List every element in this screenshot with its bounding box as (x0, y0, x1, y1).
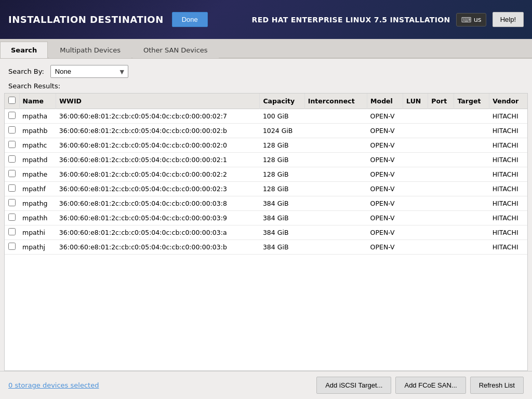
cell-name: mpathb (19, 124, 56, 138)
cell-name: mpathj (19, 240, 56, 255)
cell-vendor: HITACHI (489, 167, 527, 182)
add-fcoe-button[interactable]: Add FCoE SAN... (395, 377, 466, 394)
col-lun: LUN (403, 94, 428, 109)
cell-lun (403, 182, 428, 196)
row-checkbox[interactable] (8, 243, 16, 250)
cell-port (428, 225, 454, 240)
cell-model: OPEN-V (367, 196, 403, 211)
cell-vendor: HITACHI (489, 225, 527, 240)
cell-name: mpathc (19, 138, 56, 153)
search-results-label: Search Results: (0, 81, 532, 93)
table-row: mpathc 36:00:60:e8:01:2c:cb:c0:05:04:0c:… (5, 138, 527, 153)
select-all-col (5, 94, 19, 109)
search-by-select[interactable]: None Name WWID Vendor Interconnect Seria… (50, 65, 128, 78)
cell-model: OPEN-V (367, 153, 403, 167)
cell-model: OPEN-V (367, 138, 403, 153)
row-checkbox-cell (5, 167, 19, 182)
cell-vendor: HITACHI (489, 109, 527, 124)
row-checkbox[interactable] (8, 126, 16, 134)
cell-wwid: 36:00:60:e8:01:2c:cb:c0:05:04:0c:cb:c0:0… (56, 153, 260, 167)
col-interconnect: Interconnect (304, 94, 367, 109)
cell-name: mpathi (19, 225, 56, 240)
cell-vendor: HITACHI (489, 182, 527, 196)
cell-name: mpathg (19, 196, 56, 211)
add-iscsi-button[interactable]: Add iSCSI Target... (316, 377, 391, 394)
row-checkbox[interactable] (8, 141, 16, 148)
tab-other-san[interactable]: Other SAN Devices (132, 42, 219, 58)
row-checkbox[interactable] (8, 170, 16, 177)
cell-vendor: HITACHI (489, 124, 527, 138)
cell-capacity: 128 GiB (260, 167, 304, 182)
cell-interconnect (304, 240, 367, 255)
cell-wwid: 36:00:60:e8:01:2c:cb:c0:05:04:0c:cb:c0:0… (56, 124, 260, 138)
col-name: Name (19, 94, 56, 109)
bottom-bar: 0 storage devices selected Add iSCSI Tar… (0, 371, 532, 399)
cell-wwid: 36:00:60:e8:01:2c:cb:c0:05:04:0c:cb:c0:0… (56, 196, 260, 211)
row-checkbox-cell (5, 240, 19, 255)
header-right: RED HAT ENTERPRISE LINUX 7.5 INSTALLATIO… (252, 12, 524, 27)
cell-lun (403, 211, 428, 225)
cell-capacity: 384 GiB (260, 211, 304, 225)
row-checkbox[interactable] (8, 184, 16, 192)
table-header: Name WWID Capacity Interconnect Model LU… (5, 94, 527, 109)
tab-multipath[interactable]: Multipath Devices (49, 42, 131, 58)
table-row: mpatha 36:00:60:e8:01:2c:cb:c0:05:04:0c:… (5, 109, 527, 124)
help-button[interactable]: Help! (493, 12, 524, 27)
cell-wwid: 36:00:60:e8:01:2c:cb:c0:05:04:0c:cb:c0:0… (56, 182, 260, 196)
row-checkbox[interactable] (8, 214, 16, 221)
device-table-container: Name WWID Capacity Interconnect Model LU… (4, 93, 528, 371)
cell-model: OPEN-V (367, 182, 403, 196)
cell-port (428, 196, 454, 211)
cell-model: OPEN-V (367, 124, 403, 138)
row-checkbox[interactable] (8, 199, 16, 206)
cell-capacity: 100 GiB (260, 109, 304, 124)
keyboard-indicator[interactable]: ⌨ us (456, 13, 486, 26)
col-port: Port (428, 94, 454, 109)
cell-wwid: 36:00:60:e8:01:2c:cb:c0:05:04:0c:cb:c0:0… (56, 225, 260, 240)
tab-search[interactable]: Search (0, 42, 48, 58)
cell-lun (403, 240, 428, 255)
header: INSTALLATION DESTINATION Done RED HAT EN… (0, 0, 532, 39)
cell-interconnect (304, 182, 367, 196)
header-left: INSTALLATION DESTINATION Done (8, 12, 208, 27)
bottom-buttons: Add iSCSI Target... Add FCoE SAN... Refr… (316, 377, 524, 394)
cell-lun (403, 153, 428, 167)
cell-name: mpathd (19, 153, 56, 167)
table-row: mpathh 36:00:60:e8:01:2c:cb:c0:05:04:0c:… (5, 211, 527, 225)
search-area: Search By: None Name WWID Vendor Interco… (0, 59, 532, 81)
row-checkbox[interactable] (8, 228, 16, 235)
search-by-wrapper: None Name WWID Vendor Interconnect Seria… (50, 65, 128, 78)
cell-port (428, 167, 454, 182)
cell-vendor: HITACHI (489, 240, 527, 255)
cell-interconnect (304, 225, 367, 240)
cell-model: OPEN-V (367, 109, 403, 124)
tabs-bar: Search Multipath Devices Other SAN Devic… (0, 39, 532, 59)
cell-wwid: 36:00:60:e8:01:2c:cb:c0:05:04:0c:cb:c0:0… (56, 211, 260, 225)
table-row: mpathj 36:00:60:e8:01:2c:cb:c0:05:04:0c:… (5, 240, 527, 255)
cell-capacity: 128 GiB (260, 153, 304, 167)
cell-model: OPEN-V (367, 167, 403, 182)
refresh-list-button[interactable]: Refresh List (470, 377, 524, 394)
table-row: mpathf 36:00:60:e8:01:2c:cb:c0:05:04:0c:… (5, 182, 527, 196)
row-checkbox-cell (5, 182, 19, 196)
cell-interconnect (304, 153, 367, 167)
row-checkbox[interactable] (8, 112, 16, 119)
done-button[interactable]: Done (172, 12, 208, 27)
cell-model: OPEN-V (367, 240, 403, 255)
cell-lun (403, 109, 428, 124)
cell-target (454, 153, 489, 167)
cell-port (428, 109, 454, 124)
cell-vendor: HITACHI (489, 153, 527, 167)
row-checkbox-cell (5, 153, 19, 167)
row-checkbox-cell (5, 225, 19, 240)
cell-name: mpathf (19, 182, 56, 196)
cell-capacity: 384 GiB (260, 225, 304, 240)
row-checkbox-cell (5, 109, 19, 124)
row-checkbox[interactable] (8, 155, 16, 163)
cell-interconnect (304, 138, 367, 153)
cell-target (454, 109, 489, 124)
cell-vendor: HITACHI (489, 138, 527, 153)
storage-selected-link[interactable]: 0 storage devices selected (8, 381, 99, 389)
cell-lun (403, 167, 428, 182)
select-all-checkbox[interactable] (8, 97, 16, 104)
